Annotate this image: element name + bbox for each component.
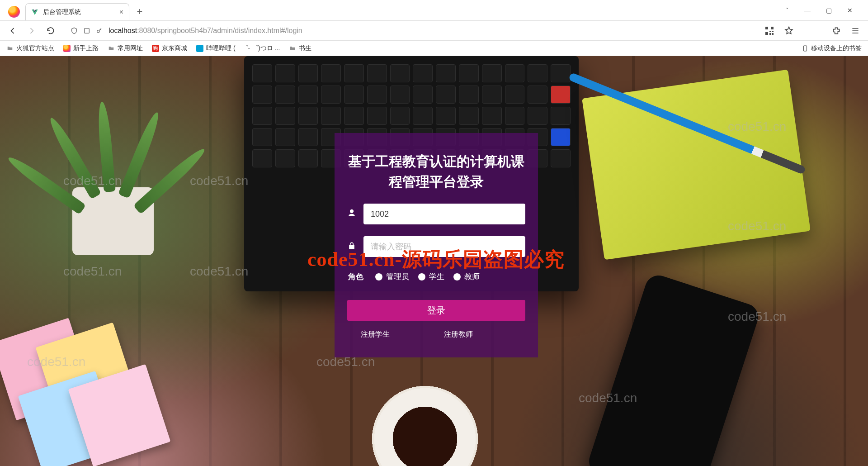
vue-icon	[31, 9, 38, 16]
svg-rect-5	[769, 31, 771, 32]
register-teacher-link[interactable]: 注册教师	[444, 330, 473, 339]
username-field	[347, 204, 525, 224]
bookmark-getting-started[interactable]: 新手上路	[63, 44, 99, 52]
nav-toolbar: localhost:8080/springboot5h4b7/admin/dis…	[0, 20, 868, 41]
svg-rect-8	[772, 33, 774, 35]
svg-rect-7	[769, 33, 771, 35]
bookmark-common-sites[interactable]: 常用网址	[108, 44, 143, 52]
svg-rect-6	[772, 31, 774, 32]
tab-bar: 后台管理系统 × +	[5, 3, 147, 20]
svg-rect-0	[85, 28, 90, 33]
svg-rect-3	[771, 27, 774, 29]
bookmark-label: 京东商城	[162, 44, 187, 52]
forward-button[interactable]	[27, 26, 36, 35]
page-viewport: code51.cn code51.cn code51.cn code51.cn …	[0, 56, 868, 466]
back-button[interactable]	[8, 26, 17, 35]
app-menu-icon[interactable]	[851, 26, 860, 35]
url-text: localhost:8080/springboot5h4b7/admin/dis…	[108, 27, 302, 35]
role-option-label: 教师	[464, 271, 480, 282]
folder-icon	[289, 45, 296, 52]
login-button[interactable]: 登录	[347, 300, 525, 321]
permission-key-icon	[96, 27, 103, 34]
role-option-label: 学生	[429, 271, 444, 282]
url-path: :8080/springboot5h4b7/admin/dist/index.h…	[137, 27, 302, 34]
window-maximize-button[interactable]: ▢	[826, 7, 832, 14]
tab-title: 后台管理系统	[43, 8, 81, 16]
toolbar-right	[765, 26, 860, 36]
page-info-icon	[83, 27, 90, 34]
radio-icon	[418, 273, 425, 281]
username-input[interactable]	[363, 204, 525, 224]
folder-icon	[6, 45, 14, 52]
radio-icon	[453, 273, 461, 281]
role-option-student[interactable]: 学生	[418, 271, 444, 282]
bookmark-label: 哔哩哔哩 ( ゜- ゜)つロ ...	[206, 44, 280, 52]
bookmark-label: 火狐官方站点	[16, 44, 54, 52]
bookmark-mobile[interactable]: 移动设备上的书签	[802, 44, 862, 52]
role-row: 角色 管理员 学生 教师	[347, 271, 525, 282]
user-icon	[347, 209, 357, 219]
mobile-icon	[802, 44, 808, 52]
svg-rect-4	[765, 32, 768, 35]
register-student-link[interactable]: 注册学生	[361, 330, 390, 339]
bookmark-jd[interactable]: 狗 京东商城	[152, 44, 187, 52]
new-tab-button[interactable]: +	[132, 4, 147, 19]
svg-rect-9	[804, 46, 807, 51]
reload-button[interactable]	[46, 26, 55, 35]
bookmark-shusheng[interactable]: 书生	[289, 44, 311, 52]
bookmark-label: 书生	[299, 44, 311, 52]
address-bar[interactable]: localhost:8080/springboot5h4b7/admin/dis…	[65, 23, 755, 38]
tab-close-button[interactable]: ×	[119, 8, 123, 16]
firefox-icon	[63, 45, 71, 52]
radio-icon	[375, 273, 382, 281]
folder-icon	[108, 45, 115, 52]
role-option-teacher[interactable]: 教师	[453, 271, 480, 282]
window-close-button[interactable]: ✕	[847, 7, 853, 14]
jd-icon: 狗	[152, 45, 159, 52]
bookmark-label: 移动设备上的书签	[811, 44, 862, 52]
url-host: localhost	[108, 27, 137, 34]
bookmark-label: 常用网址	[118, 44, 143, 52]
register-row: 注册学生 注册教师	[347, 330, 525, 339]
svg-point-1	[97, 30, 99, 32]
password-field	[347, 236, 525, 257]
window-minimize-button[interactable]: —	[804, 7, 811, 14]
role-label: 角色	[348, 271, 363, 282]
browser-tab-active[interactable]: 后台管理系统 ×	[25, 3, 129, 20]
extensions-icon[interactable]	[832, 26, 841, 35]
bookmarks-toolbar: 火狐官方站点 新手上路 常用网址 狗 京东商城 哔哩哔哩 ( ゜- ゜)つロ .…	[0, 41, 868, 56]
bookmark-label: 新手上路	[73, 44, 99, 52]
role-option-admin[interactable]: 管理员	[375, 271, 409, 282]
qr-icon[interactable]	[765, 26, 774, 35]
shield-icon	[71, 27, 78, 34]
bg-plant	[27, 74, 190, 264]
lock-icon	[347, 241, 357, 252]
window-chevron-icon[interactable]: ˅	[786, 7, 789, 14]
login-title: 基于工程教育认证的计算机课程管理平台登录	[347, 151, 525, 192]
svg-rect-2	[765, 27, 768, 29]
bilibili-icon	[196, 45, 203, 52]
login-panel: 基于工程教育认证的计算机课程管理平台登录 角色 管理员 学生	[335, 133, 538, 357]
bookmark-firefox-official[interactable]: 火狐官方站点	[6, 44, 54, 52]
role-option-label: 管理员	[386, 271, 409, 282]
bookmark-bilibili[interactable]: 哔哩哔哩 ( ゜- ゜)つロ ...	[196, 44, 280, 52]
firefox-logo-icon	[8, 6, 20, 18]
password-input[interactable]	[363, 236, 525, 257]
bookmark-star-icon[interactable]	[784, 26, 794, 36]
